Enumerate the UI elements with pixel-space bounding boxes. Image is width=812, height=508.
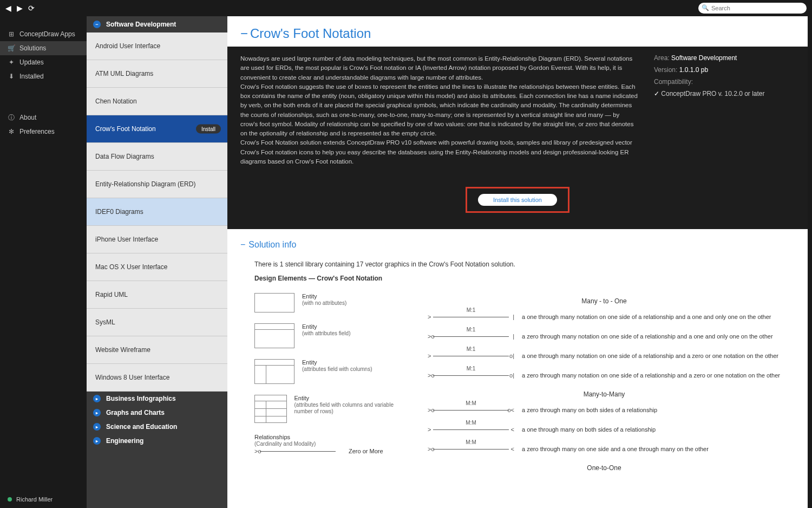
nav-installed[interactable]: ⬇Installed: [0, 69, 87, 83]
relationship-line: M:M><a one through many on both sides of…: [428, 425, 781, 434]
entity-stencil: Entity(with attributes field): [254, 323, 406, 348]
main-content: −Crow's Foot Notation Nowadays are used …: [227, 16, 812, 508]
design-elements-heading: Design Elements — Crow's Foot Notation: [254, 275, 382, 282]
entities-column: Entity(with no attributes)Entity(with at…: [254, 293, 406, 479]
category-item-idef0-diagrams[interactable]: IDEF0 Diagrams: [87, 198, 227, 226]
relationship-line: M:1>o|a zero through many notation on on…: [428, 332, 781, 341]
nav-updates[interactable]: ✦Updates: [0, 55, 87, 69]
search-icon: 🔍: [702, 4, 709, 11]
entity-box-icon: [254, 395, 287, 423]
search-wrap: 🔍: [698, 3, 807, 14]
category-item-data-flow-diagrams[interactable]: Data Flow Diagrams: [87, 143, 227, 171]
install-pill[interactable]: Install: [196, 125, 221, 134]
category-item-atm-uml-diagrams[interactable]: ATM UML Diagrams: [87, 60, 227, 88]
forward-icon[interactable]: ▶: [17, 4, 23, 12]
cardinality-line-icon: M:1>o|: [428, 351, 514, 360]
relationship-line: M:1>|a one through many notation on one …: [428, 312, 781, 321]
library-count-text: There is 1 stencil library containing 17…: [254, 260, 781, 268]
cardinality-line-icon: M:M>oo<: [428, 406, 514, 414]
category-item-mac-os-x-user-interface[interactable]: Mac OS X User Interface: [87, 253, 227, 281]
zero-or-more-line: >oZero or More: [254, 447, 406, 455]
category-column: − Software Development Android User Inte…: [87, 16, 227, 508]
category-header[interactable]: − Software Development: [87, 16, 227, 32]
entity-stencil: Entity(with no attributes): [254, 293, 406, 312]
nav-conceptdraw-apps[interactable]: ⊞ConceptDraw Apps: [0, 27, 87, 41]
nav-about[interactable]: ⓘAbout: [0, 110, 87, 125]
meta-panel: Area: Software Development Version: 1.0.…: [654, 54, 795, 166]
relationships-heading: Relationships(Cardinality and Modality): [254, 434, 406, 447]
install-bar: Install this solution: [227, 179, 808, 229]
left-sidebar: ⊞ConceptDraw Apps🛒Solutions✦Updates⬇Inst…: [0, 16, 87, 508]
page-title: −Crow's Foot Notation: [227, 16, 808, 47]
category-group-engineering[interactable]: ▸Engineering: [87, 434, 227, 448]
install-solution-button[interactable]: Install this solution: [478, 194, 557, 206]
category-item-crow-s-foot-notation[interactable]: Crow's Foot NotationInstall: [87, 115, 227, 143]
rel-section-title: Many - to - One: [428, 297, 781, 305]
entity-stencil: Entity(attributes field with columns and…: [254, 395, 406, 423]
category-group-graphs-and-charts[interactable]: ▸Graphs and Charts: [87, 406, 227, 420]
rel-section-title: One-to-One: [428, 464, 781, 472]
description-text: Nowadays are used large number of data m…: [240, 54, 638, 166]
category-item-sysml[interactable]: SysML: [87, 309, 227, 336]
relationship-line: M:M>oo<a zero through many on both sides…: [428, 406, 781, 414]
search-input[interactable]: [698, 3, 807, 14]
nav-solutions[interactable]: 🛒Solutions: [0, 41, 87, 55]
entity-box-icon: [254, 323, 294, 348]
cardinality-line-icon: M:1>oo|: [428, 371, 514, 380]
cardinality-line-icon: M:1>|: [428, 312, 514, 321]
category-item-android-user-interface[interactable]: Android User Interface: [87, 32, 227, 60]
collapse-icon: −: [93, 21, 101, 28]
relationship-line: M:M>o<a zero through many on one side an…: [428, 445, 781, 453]
cardinality-line-icon: M:M><: [428, 425, 514, 434]
category-group-business-infographics[interactable]: ▸Business Infographics: [87, 392, 227, 406]
category-footer: ▸Business Infographics▸Graphs and Charts…: [87, 392, 227, 448]
online-dot-icon: [8, 497, 12, 502]
solution-info-body: There is 1 stencil library containing 17…: [227, 254, 808, 501]
expand-icon: ▸: [93, 423, 101, 431]
topbar: ◀ ▶ ⟳ 🔍: [0, 0, 812, 16]
expand-icon: ▸: [93, 437, 101, 445]
entity-stencil: Entity(attributes field with columns): [254, 359, 406, 384]
about-icon: ⓘ: [8, 114, 15, 121]
relationships-column: Many - to - OneM:1>|a one through many n…: [428, 293, 781, 479]
cardinality-line-icon: M:M>o<: [428, 445, 514, 453]
nav-controls: ◀ ▶ ⟳: [5, 4, 35, 12]
cart-icon: 🛒: [8, 44, 15, 52]
expand-icon: ▸: [93, 395, 101, 402]
updates-icon: ✦: [8, 58, 15, 66]
category-item-windows-8-user-interface[interactable]: Windows 8 User Interface: [87, 364, 227, 392]
relationship-line: M:1>oo|a zero through many notation on o…: [428, 371, 781, 380]
installed-icon: ⬇: [8, 73, 15, 80]
compat-item: ConceptDraw PRO v. 10.2.0 or later: [654, 90, 795, 97]
nav-preferences[interactable]: ✻Preferences: [0, 125, 87, 139]
reload-icon[interactable]: ⟳: [28, 4, 35, 12]
category-item-entity-relationship-diagram-erd-[interactable]: Entity-Relationship Diagram (ERD): [87, 171, 227, 198]
section-solution-info[interactable]: −Solution info: [227, 229, 808, 254]
apps-icon: ⊞: [8, 30, 15, 38]
category-item-chen-notation[interactable]: Chen Notation: [87, 88, 227, 115]
prefs-icon: ✻: [8, 128, 15, 135]
description-band: Nowadays are used large number of data m…: [227, 47, 808, 179]
category-group-science-and-education[interactable]: ▸Science and Education: [87, 420, 227, 434]
relationship-line: M:1>o|a one through many notation on one…: [428, 351, 781, 360]
install-highlight-box: Install this solution: [466, 187, 569, 213]
user-status[interactable]: Richard Miller: [0, 491, 87, 508]
entity-box-icon: [254, 359, 294, 384]
back-icon[interactable]: ◀: [5, 4, 11, 12]
entity-box-icon: [254, 293, 294, 312]
expand-icon: ▸: [93, 409, 101, 416]
cardinality-line-icon: M:1>o|: [428, 332, 514, 341]
category-item-iphone-user-interface[interactable]: iPhone User Interface: [87, 226, 227, 253]
category-item-website-wireframe[interactable]: Website Wireframe: [87, 336, 227, 364]
user-name: Richard Miller: [16, 496, 53, 503]
rel-section-title: Many-to-Many: [428, 390, 781, 398]
category-item-rapid-uml[interactable]: Rapid UML: [87, 281, 227, 309]
